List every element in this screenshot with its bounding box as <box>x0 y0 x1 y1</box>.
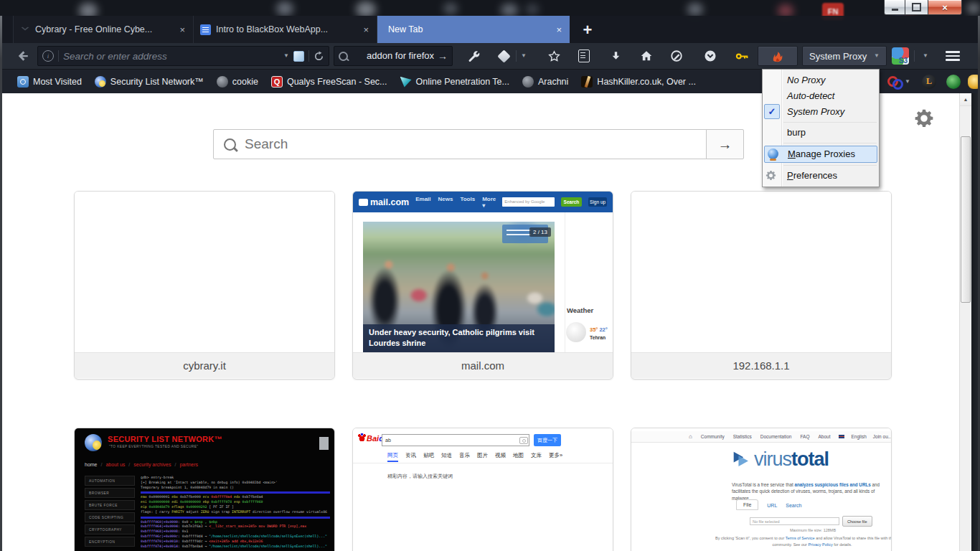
home-icon <box>640 50 653 62</box>
developer-tools-button[interactable] <box>461 46 486 66</box>
menu-item-no-proxy[interactable]: No Proxy <box>763 72 879 88</box>
scrollbar-up-button[interactable]: ▲ <box>960 93 971 106</box>
proxy-mode-dropdown[interactable]: System Proxy ▼ <box>802 46 887 66</box>
menu-item-burp[interactable]: burp <box>763 125 879 141</box>
addon-chain-button[interactable]: ▼ <box>887 70 910 93</box>
tile-security-list-network[interactable]: SECURITY LIST NETWORK™ "TO KEEP EVERYTHI… <box>74 428 335 551</box>
pocket-button[interactable] <box>698 46 722 66</box>
url-bar[interactable]: i Search or enter address ▼ <box>37 46 329 66</box>
flag-icon <box>839 435 844 438</box>
scrollbar-thumb[interactable] <box>961 136 971 303</box>
bookmark-online-penetration-testing[interactable]: Online Penetration Te... <box>394 76 516 88</box>
newtab-search-go-button[interactable]: → <box>706 129 744 159</box>
foxyproxy-button[interactable] <box>758 46 798 66</box>
search-bar[interactable]: addon for firefox → <box>334 46 453 66</box>
bookmark-label: Security List Network™ <box>110 77 204 87</box>
vertical-scrollbar[interactable]: ▲ <box>959 93 971 551</box>
tab-close-icon[interactable]: × <box>555 24 563 35</box>
shard-icon <box>400 76 412 88</box>
menu-item-preferences[interactable]: Preferences <box>763 168 879 184</box>
navigation-toolbar: i Search or enter address ▼ addon for fi… <box>2 43 978 70</box>
bookmark-label: HashKiller.co.uk, Over ... <box>597 77 696 87</box>
close-button[interactable]: × <box>928 0 962 15</box>
bookmark-cookie[interactable]: cookie <box>210 76 265 88</box>
newtab-settings-button[interactable] <box>914 108 934 131</box>
newtab-search-input[interactable]: Search <box>213 129 707 159</box>
divider <box>308 50 309 62</box>
bookmark-label: cookie <box>232 77 258 87</box>
back-button[interactable] <box>11 46 35 66</box>
seclist-title: SECURITY LIST NETWORK™ <box>108 435 222 443</box>
bookmark-star-button[interactable] <box>542 46 566 66</box>
desktop-blob <box>526 4 539 14</box>
tab-close-icon[interactable]: × <box>178 24 187 35</box>
bookmarks-menu-button[interactable] <box>572 46 596 66</box>
bookmark-most-visited[interactable]: Most Visited <box>11 76 88 88</box>
home-button[interactable] <box>634 46 659 66</box>
hamburger-icon <box>946 51 960 53</box>
addon-dropdown[interactable]: ▼ <box>517 46 530 66</box>
bookmark-arachni[interactable]: Arachni <box>516 76 575 88</box>
password-key-button[interactable] <box>730 46 754 66</box>
tile-router[interactable]: 192.168.1.1 <box>631 191 892 380</box>
clipboard-icon <box>578 50 590 62</box>
tab-close-icon[interactable]: × <box>362 24 370 35</box>
tab-search: Search <box>786 503 801 510</box>
search-go-icon[interactable]: → <box>438 50 448 62</box>
tab-cybrary[interactable]: Cybrary - Free Online Cybe... × <box>13 16 194 43</box>
menu-item-auto-detect[interactable]: Auto-detect <box>763 88 879 104</box>
menu-item-manage-proxies[interactable]: Manage Proxies <box>764 146 877 163</box>
camera-icon <box>519 437 528 444</box>
divider <box>516 50 517 62</box>
mailcom-nav: EmailNewsToolsMore ▾ <box>415 196 496 209</box>
addon-button[interactable] <box>494 46 513 66</box>
tab-new-tab[interactable]: New Tab × <box>377 16 570 43</box>
weather-title: Weather <box>567 306 593 314</box>
info-icon[interactable]: i <box>42 50 54 62</box>
addon-dragon-button[interactable] <box>946 70 961 93</box>
bookmark-security-list-network[interactable]: Security List Network™ <box>88 76 210 88</box>
max-file-size-note: Maximum file size: 128MB <box>732 528 891 532</box>
minimize-icon <box>892 9 898 11</box>
tile-virustotal[interactable]: ⌂ CommunityStatisticsDocumentationFAQAbo… <box>631 428 892 551</box>
file-input: No file selected <box>750 517 839 525</box>
downloads-button[interactable] <box>603 46 628 66</box>
tile-label: cybrary.it <box>75 352 334 378</box>
menu-button[interactable] <box>937 46 969 66</box>
maximize-button[interactable] <box>905 0 928 15</box>
tab-blackbox-doc[interactable]: Intro to BlackBox WebApp... × <box>194 16 377 43</box>
reload-icon[interactable] <box>314 51 324 62</box>
addon-cube-icon[interactable] <box>293 51 304 62</box>
mailcom-search-input: Enhanced by Google <box>502 197 554 207</box>
l-badge-icon: L <box>922 75 936 89</box>
chevron-down-icon: ▼ <box>521 53 527 59</box>
tile-mailcom[interactable]: mail.com EmailNewsToolsMore ▾ Enhanced b… <box>352 191 613 380</box>
chevron-down-icon: ▼ <box>923 53 928 59</box>
bookmark-hashkiller[interactable]: HashKiller.co.uk, Over ... <box>575 76 702 88</box>
new-tab-button[interactable]: + <box>574 18 601 42</box>
bookmark-qualys-freescan[interactable]: Q Qualys FreeScan - Sec... <box>265 76 394 88</box>
virustotal-icon <box>732 450 751 469</box>
news-headline: Under heavy security, Catholic pilgrims … <box>363 324 555 352</box>
url-dropdown-icon[interactable]: ▼ <box>283 53 289 59</box>
minimize-button[interactable] <box>884 0 905 15</box>
addon-l-button[interactable]: L <box>922 70 936 93</box>
chevron-down-icon: ▼ <box>905 79 910 85</box>
tab-bar: Cybrary - Free Online Cybe... × Intro to… <box>2 16 978 43</box>
toolbar-overflow-dropdown[interactable]: ▼ <box>918 46 933 66</box>
baidu-snippet: 精彩内容，请输入搜索关键词 <box>387 473 453 480</box>
wrench-icon <box>468 50 480 62</box>
dragon-icon <box>946 75 961 89</box>
desktop-blob <box>967 3 980 14</box>
tile-thumbnail: SECURITY LIST NETWORK™ "TO KEEP EVERYTHI… <box>75 428 334 551</box>
tile-baidu[interactable]: Baidu 百度 ab 百度一下 网页资讯贴吧知道音乐图片视频地图文库更多» 精… <box>352 428 613 551</box>
checkmark-icon: ✓ <box>764 104 780 119</box>
tile-cybrary[interactable]: cybrary.it <box>74 191 335 380</box>
menu-item-system-proxy[interactable]: ✓ System Proxy <box>763 104 879 120</box>
tamper-data-button[interactable] <box>664 46 689 66</box>
s3-translator-button[interactable]: S3 <box>892 47 909 65</box>
mailcom-search-button: Search <box>561 197 583 207</box>
arrow-up-icon: ▲ <box>963 97 969 102</box>
mailcom-news-photo: 2 / 13 Under heavy security, Catholic pi… <box>363 222 555 352</box>
bookmark-label: Most Visited <box>33 77 82 87</box>
